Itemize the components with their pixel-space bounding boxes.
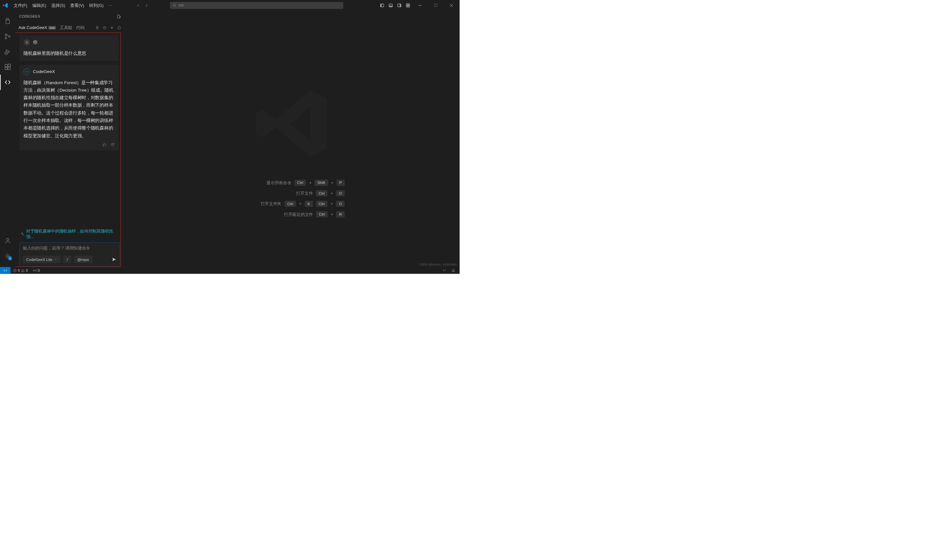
repo-chip[interactable]: @repo [74,256,92,263]
errors-count: 0 [18,268,20,273]
titlebar: 文件(F) 编辑(E) 选择(S) 查看(V) 转到(G) ··· 搜索 [0,0,459,11]
trash-icon[interactable] [95,25,100,30]
window-minimize-icon[interactable] [413,1,428,10]
menu-more-icon[interactable]: ··· [106,3,114,8]
chat-message-bot: CodeGeeX 随机森林（Random Forest）是一种集成学习方法，由决… [20,65,119,150]
svg-rect-24 [5,67,7,69]
tab-code[interactable]: 代码 [76,25,84,31]
shortcut-row: 显示所有命令Ctrl+Shift+P [240,180,345,186]
menu-file[interactable]: 文件(F) [11,3,30,8]
window-close-icon[interactable] [444,1,459,10]
nav-back-icon[interactable] [136,3,141,8]
activity-extensions-icon[interactable] [0,59,15,75]
slash-command-chip[interactable]: / [63,256,71,263]
panel-title: CODEGEEX [19,14,40,18]
shortcut-label: 打开最近的文件 [271,212,313,217]
command-center-search[interactable]: 搜索 [170,2,344,9]
tab-ask[interactable]: Ask CodeGeeX beta [18,25,56,30]
bot-message-text: 随机森林（Random Forest）是一种集成学习方法，由决策树（Decisi… [23,78,114,139]
key-ctrl: Ctrl [316,201,327,207]
remote-indicator-icon[interactable] [0,267,11,274]
svg-point-16 [5,34,6,35]
menu-bar: 文件(F) 编辑(E) 选择(S) 查看(V) 转到(G) ··· [11,3,114,8]
svg-rect-23 [5,64,7,66]
warnings-count: 0 [26,268,28,273]
status-bell-icon[interactable] [449,268,458,272]
chat-input[interactable]: 输入你的问题，或用 '/' 调用快捷命令 [20,243,120,254]
status-problems[interactable]: 0 0 [11,268,30,273]
search-placeholder: 搜索 [179,4,184,7]
status-bar: 0 0 0 [0,267,459,274]
user-message-text: 随机森林里面的随机是什么意思 [23,49,114,57]
suggestion-link[interactable]: 对于随机森林中的随机抽样，如何控制其随机性强... [20,225,120,242]
menu-go[interactable]: 转到(G) [87,3,106,8]
svg-rect-7 [400,4,401,7]
svg-point-46 [34,270,35,271]
shortcut-row: 打开文件夹Ctrl+KCtrl+O [240,201,345,207]
key-ctrl: Ctrl [316,191,327,197]
send-icon[interactable] [112,257,117,262]
user-name-label: 你 [33,40,37,46]
layout-primary-side-icon[interactable] [378,2,386,9]
svg-rect-5 [389,6,392,7]
chevron-down-icon [54,258,57,261]
svg-rect-11 [408,6,410,7]
svg-rect-9 [408,4,410,5]
key-r: R [336,211,345,217]
layout-panel-icon[interactable] [387,2,394,9]
user-avatar-icon [23,39,30,46]
thumbs-up-icon[interactable] [102,143,106,147]
layout-secondary-side-icon[interactable] [396,2,403,9]
history-icon[interactable] [102,25,107,30]
svg-point-27 [6,238,9,241]
svg-point-0 [173,4,175,6]
tab-tools[interactable]: 工具箱 [60,25,72,31]
more-icon[interactable] [117,25,122,30]
shortcut-label: 打开文件 [271,191,313,196]
activity-explorer-icon[interactable] [0,13,15,29]
svg-rect-25 [8,67,10,69]
editor-empty-state: 显示所有命令Ctrl+Shift+P打开文件Ctrl+O打开文件夹Ctrl+KC… [125,11,459,267]
chat-highlight-box: 你 随机森林里面的随机是什么意思 CodeGeeX 随机森林（Random Fo… [11,32,121,267]
key-ctrl: Ctrl [285,201,296,207]
model-selector-label: CodeGeeX Lite [26,257,52,262]
settings-badge: 1 [8,256,12,261]
plus-icon[interactable] [109,25,114,30]
activity-codegeex-icon[interactable] [0,75,15,90]
customize-layout-icon[interactable] [404,2,411,9]
activity-bar: 1 [0,11,15,267]
svg-point-40 [26,41,28,42]
nav-forward-icon[interactable] [143,3,149,8]
activity-debug-icon[interactable] [0,44,15,59]
shortcut-label: 显示所有命令 [250,180,291,186]
key-k: K [305,201,313,207]
sparkle-icon [20,232,24,236]
svg-point-39 [120,28,120,28]
chat-message-user: 你 随机森林里面的随机是什么意思 [20,35,119,61]
welcome-shortcuts: 显示所有命令Ctrl+Shift+P打开文件Ctrl+O打开文件夹Ctrl+KC… [240,180,345,217]
key-p: P [336,180,344,186]
menu-view[interactable]: 查看(V) [68,3,87,8]
status-codegeex-icon[interactable] [440,268,449,272]
ports-count: 0 [38,268,40,273]
svg-rect-10 [406,6,408,7]
svg-rect-3 [381,4,382,7]
svg-point-18 [9,35,10,37]
svg-point-37 [119,28,119,28]
model-selector[interactable]: CodeGeeX Lite [23,256,60,263]
activity-account-icon[interactable] [0,233,15,248]
menu-select[interactable]: 选择(S) [49,3,68,8]
new-file-icon[interactable] [116,14,121,19]
svg-rect-13 [435,4,438,7]
svg-rect-26 [8,64,11,66]
window-maximize-icon[interactable] [428,1,443,10]
activity-scm-icon[interactable] [0,29,15,44]
thumbs-down-icon[interactable] [110,143,114,147]
tab-ask-label: Ask CodeGeeX [18,25,47,30]
vscode-watermark-icon [251,82,334,165]
bot-avatar-icon [23,69,30,75]
status-ports[interactable]: 0 [30,268,42,273]
activity-settings-icon[interactable]: 1 [0,248,15,263]
menu-edit[interactable]: 编辑(E) [30,3,49,8]
shortcut-row: 打开最近的文件Ctrl+R [240,211,345,217]
